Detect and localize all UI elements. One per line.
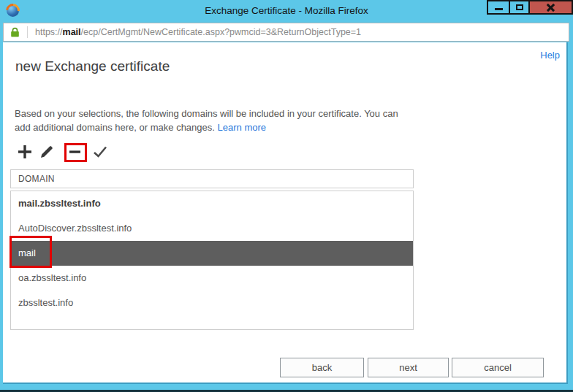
close-button[interactable] <box>528 0 573 15</box>
url-text[interactable]: https://mail/ecp/CertMgmt/NewCertificate… <box>35 27 361 37</box>
remove-domain-button[interactable] <box>67 144 83 160</box>
url-bar[interactable]: https://mail/ecp/CertMgmt/NewCertificate… <box>3 23 569 42</box>
close-icon <box>546 3 555 12</box>
list-item-autodiscover[interactable]: AutoDiscover.zbssltest.info <box>11 216 413 241</box>
maximize-button[interactable] <box>509 0 530 15</box>
lock-icon[interactable] <box>10 27 20 38</box>
firefox-window: Exchange Certificate - Mozilla Firefox h… <box>0 0 573 392</box>
plus-icon <box>17 144 33 160</box>
minimize-button[interactable] <box>487 0 510 15</box>
description-text: Based on your selections, the following … <box>15 107 398 134</box>
list-item-oa[interactable]: oa.zbssltest.info <box>11 266 413 291</box>
pencil-icon <box>39 144 55 160</box>
page-content: Help new Exchange certificate Based on y… <box>3 42 568 384</box>
add-domain-button[interactable] <box>17 144 33 160</box>
next-button[interactable]: next <box>368 358 449 377</box>
list-item-mail-selected[interactable]: mail <box>11 241 413 266</box>
edit-domain-button[interactable] <box>39 144 55 160</box>
url-prefix: https:// <box>35 27 63 37</box>
url-host: mail <box>63 27 81 37</box>
description-line2: add additional domains here, or make cha… <box>15 122 215 133</box>
domain-list: mail.zbssltest.info AutoDiscover.zbsslte… <box>10 191 414 330</box>
help-link[interactable]: Help <box>540 50 560 61</box>
minus-icon <box>67 144 83 160</box>
description-line1: Based on your selections, the following … <box>15 108 398 119</box>
minimize-icon <box>495 8 503 10</box>
window-controls <box>488 0 573 15</box>
list-item-mail-zbssltest[interactable]: mail.zbssltest.info <box>11 191 413 216</box>
learn-more-link[interactable]: Learn more <box>218 122 266 133</box>
url-separator <box>27 26 28 38</box>
set-default-button[interactable] <box>92 144 108 160</box>
maximize-icon <box>516 4 523 10</box>
url-path: /ecp/CertMgmt/NewCertificate.aspx?pwmcid… <box>81 27 362 37</box>
page-title: new Exchange certificate <box>15 58 170 74</box>
title-bar: Exchange Certificate - Mozilla Firefox <box>0 0 573 22</box>
check-icon <box>92 144 108 160</box>
table-column-header: DOMAIN <box>10 169 414 188</box>
back-button[interactable]: back <box>280 358 364 377</box>
list-item-zbssltest[interactable]: zbssltest.info <box>11 291 413 315</box>
cancel-button[interactable]: cancel <box>452 358 544 377</box>
